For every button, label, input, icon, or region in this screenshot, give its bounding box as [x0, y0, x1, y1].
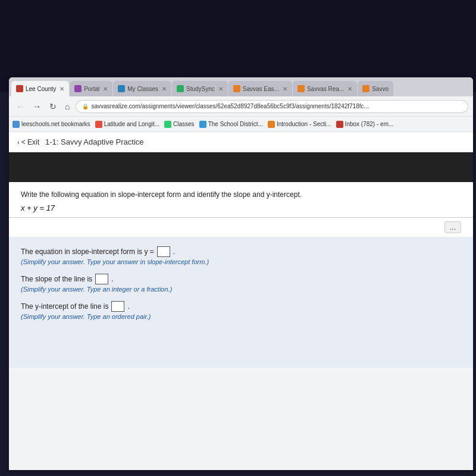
bookmark-favicon-introduction [268, 121, 275, 128]
exit-label: < Exit [21, 138, 39, 146]
bookmark-favicon-classes [164, 121, 171, 128]
tab-label-savvo: Savvo [372, 86, 389, 92]
tab-portal[interactable]: Portal ✕ [70, 81, 112, 96]
tab-label-lee-county: Lee County [26, 86, 56, 92]
url-text: savvasrealize.com/assignments/viewer/cla… [91, 103, 368, 109]
forward-button[interactable]: → [30, 101, 43, 112]
question-area: Write the following equation in slope-in… [9, 182, 473, 217]
bookmark-school-district[interactable]: The School District... [199, 121, 263, 128]
exit-button[interactable]: ‹ < Exit [17, 138, 39, 146]
answer-input-3[interactable] [111, 301, 124, 312]
bookmark-latitude[interactable]: Latitude and Longit... [95, 121, 159, 128]
tab-label-savvas-easy: Savvas Eas... [243, 86, 279, 92]
lock-icon: 🔒 [82, 104, 89, 109]
tab-close-portal[interactable]: ✕ [103, 86, 108, 92]
tab-savvo[interactable]: Savvo [358, 81, 393, 96]
tab-favicon-portal [74, 85, 82, 92]
answer-prefix-1: The equation in slope-intercept form is … [21, 248, 154, 256]
tab-label-savvas-real: Savvas Rea... [307, 86, 344, 92]
tab-lee-county[interactable]: Lee County ✕ [11, 81, 69, 96]
answer-hint-2: (Simplify your answer. Type an integer o… [21, 286, 461, 293]
answer-prefix-3: The y-intercept of the line is [21, 302, 108, 311]
tab-label-studysync: StudySync [186, 86, 215, 92]
home-button[interactable]: ⌂ [62, 101, 72, 112]
tab-close-lee-county[interactable]: ✕ [60, 86, 64, 92]
tab-favicon-studysync [177, 85, 184, 92]
bookmark-classes[interactable]: Classes [164, 121, 195, 128]
answer-hint-1: (Simplify your answer. Type your answer … [21, 258, 461, 265]
divider-row: ... [9, 217, 473, 237]
bookmark-favicon-school [199, 121, 206, 128]
answer-hint-3: (Simplify your answer. Type an ordered p… [21, 313, 461, 320]
refresh-button[interactable]: ↻ [47, 101, 59, 112]
answer-line-1: The equation in slope-intercept form is … [21, 246, 461, 257]
tab-close-studysync[interactable]: ✕ [218, 86, 223, 92]
bookmark-label-leeschools: leeschools.net bookmarks [21, 121, 90, 127]
tab-savvas-real[interactable]: Savvas Rea... ✕ [293, 81, 357, 96]
bookmarks-bar: leeschools.net bookmarks Latitude and Lo… [9, 117, 473, 132]
equation-display: x + y = 17 [21, 203, 461, 212]
tab-savvas-easy[interactable]: Savvas Eas... ✕ [228, 81, 292, 96]
tab-label-my-classes: My Classes [127, 86, 158, 92]
bookmark-label-classes: Classes [173, 121, 195, 127]
bookmark-favicon-leeschools [12, 121, 20, 128]
tab-my-classes[interactable]: My Classes ✕ [113, 81, 171, 96]
browser-window: Lee County ✕ Portal ✕ My Classes ✕ Study… [9, 77, 473, 470]
tab-favicon-lee-county [16, 85, 23, 92]
dark-banner [9, 152, 473, 182]
tab-favicon-my-classes [118, 85, 125, 92]
answer-prefix-2: The slope of the line is [21, 275, 92, 283]
answer-suffix-1: . [173, 248, 175, 256]
address-bar[interactable]: 🔒 savvasrealize.com/assignments/viewer/c… [76, 100, 468, 113]
bookmark-label-introduction: Introduction - Secti... [277, 121, 331, 127]
tab-favicon-savvas-real [298, 85, 305, 92]
tab-studysync[interactable]: StudySync ✕ [172, 81, 228, 96]
bookmark-favicon-latitude [95, 121, 102, 128]
question-instruction: Write the following equation in slope-in… [21, 190, 461, 199]
page-header: ‹ < Exit 1-1: Savvy Adaptive Practice [9, 132, 473, 152]
tab-favicon-savvas-easy [233, 85, 240, 92]
dots-button[interactable]: ... [444, 221, 461, 233]
tab-label-portal: Portal [84, 86, 99, 92]
tab-close-savvas-easy[interactable]: ✕ [283, 86, 287, 92]
answer-input-2[interactable] [95, 274, 108, 284]
bookmark-label-inbox: Inbox (782) - em... [345, 121, 394, 127]
bookmark-favicon-inbox [336, 121, 343, 128]
back-button[interactable]: ← [14, 101, 27, 112]
bookmark-inbox[interactable]: Inbox (782) - em... [336, 121, 394, 128]
answer-section: The equation in slope-intercept form is … [9, 237, 473, 368]
page-title: 1-1: Savvy Adaptive Practice [45, 137, 143, 146]
answer-suffix-2: . [111, 275, 113, 283]
tab-favicon-savvo [362, 85, 369, 92]
answer-row-3: The y-intercept of the line is . (Simpli… [21, 301, 461, 320]
answer-line-3: The y-intercept of the line is . [21, 301, 461, 312]
bookmark-introduction[interactable]: Introduction - Secti... [268, 121, 331, 128]
answer-line-2: The slope of the line is . [21, 274, 461, 284]
tab-close-savvas-real[interactable]: ✕ [347, 86, 352, 92]
answer-row-2: The slope of the line is . (Simplify you… [21, 274, 461, 293]
bookmark-leeschools[interactable]: leeschools.net bookmarks [12, 121, 90, 128]
tab-bar: Lee County ✕ Portal ✕ My Classes ✕ Study… [9, 77, 473, 96]
exit-arrow-icon: ‹ [17, 139, 20, 146]
answer-row-1: The equation in slope-intercept form is … [21, 246, 461, 265]
bookmark-label-school: The School District... [208, 121, 263, 127]
nav-bar: ← → ↻ ⌂ 🔒 savvasrealize.com/assignments/… [9, 96, 473, 117]
tab-close-my-classes[interactable]: ✕ [162, 86, 167, 92]
answer-suffix-3: . [127, 302, 129, 311]
answer-input-1[interactable] [157, 246, 170, 257]
bookmark-label-latitude: Latitude and Longit... [104, 121, 159, 127]
page-content: ‹ < Exit 1-1: Savvy Adaptive Practice Wr… [9, 132, 473, 368]
